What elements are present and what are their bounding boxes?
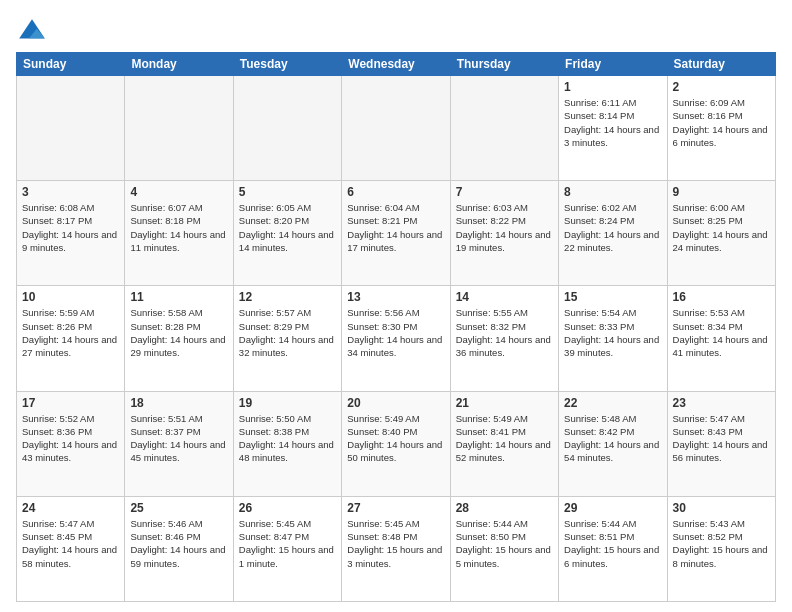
logo [16, 16, 52, 48]
calendar-cell: 30Sunrise: 5:43 AMSunset: 8:52 PMDayligh… [667, 496, 775, 601]
day-number: 5 [239, 185, 336, 199]
day-number: 19 [239, 396, 336, 410]
day-info: Sunrise: 5:56 AMSunset: 8:30 PMDaylight:… [347, 306, 444, 359]
day-number: 10 [22, 290, 119, 304]
day-info: Sunrise: 5:44 AMSunset: 8:50 PMDaylight:… [456, 517, 553, 570]
day-info: Sunrise: 6:11 AMSunset: 8:14 PMDaylight:… [564, 96, 661, 149]
calendar-cell: 9Sunrise: 6:00 AMSunset: 8:25 PMDaylight… [667, 181, 775, 286]
calendar-cell: 19Sunrise: 5:50 AMSunset: 8:38 PMDayligh… [233, 391, 341, 496]
day-info: Sunrise: 5:52 AMSunset: 8:36 PMDaylight:… [22, 412, 119, 465]
day-number: 25 [130, 501, 227, 515]
calendar-table: SundayMondayTuesdayWednesdayThursdayFrid… [16, 52, 776, 602]
calendar-cell: 15Sunrise: 5:54 AMSunset: 8:33 PMDayligh… [559, 286, 667, 391]
col-header-wednesday: Wednesday [342, 53, 450, 76]
calendar-cell: 29Sunrise: 5:44 AMSunset: 8:51 PMDayligh… [559, 496, 667, 601]
day-number: 22 [564, 396, 661, 410]
calendar-cell: 7Sunrise: 6:03 AMSunset: 8:22 PMDaylight… [450, 181, 558, 286]
col-header-tuesday: Tuesday [233, 53, 341, 76]
calendar-cell: 21Sunrise: 5:49 AMSunset: 8:41 PMDayligh… [450, 391, 558, 496]
day-info: Sunrise: 5:46 AMSunset: 8:46 PMDaylight:… [130, 517, 227, 570]
day-info: Sunrise: 5:58 AMSunset: 8:28 PMDaylight:… [130, 306, 227, 359]
day-number: 16 [673, 290, 770, 304]
calendar-cell: 18Sunrise: 5:51 AMSunset: 8:37 PMDayligh… [125, 391, 233, 496]
calendar-week-row: 17Sunrise: 5:52 AMSunset: 8:36 PMDayligh… [17, 391, 776, 496]
day-info: Sunrise: 5:49 AMSunset: 8:40 PMDaylight:… [347, 412, 444, 465]
calendar-cell: 22Sunrise: 5:48 AMSunset: 8:42 PMDayligh… [559, 391, 667, 496]
calendar-cell: 12Sunrise: 5:57 AMSunset: 8:29 PMDayligh… [233, 286, 341, 391]
day-info: Sunrise: 5:59 AMSunset: 8:26 PMDaylight:… [22, 306, 119, 359]
day-number: 11 [130, 290, 227, 304]
day-number: 7 [456, 185, 553, 199]
day-number: 27 [347, 501, 444, 515]
day-number: 4 [130, 185, 227, 199]
col-header-saturday: Saturday [667, 53, 775, 76]
calendar-week-row: 10Sunrise: 5:59 AMSunset: 8:26 PMDayligh… [17, 286, 776, 391]
day-info: Sunrise: 5:51 AMSunset: 8:37 PMDaylight:… [130, 412, 227, 465]
day-info: Sunrise: 6:00 AMSunset: 8:25 PMDaylight:… [673, 201, 770, 254]
calendar-cell: 27Sunrise: 5:45 AMSunset: 8:48 PMDayligh… [342, 496, 450, 601]
day-info: Sunrise: 5:44 AMSunset: 8:51 PMDaylight:… [564, 517, 661, 570]
day-number: 14 [456, 290, 553, 304]
day-number: 21 [456, 396, 553, 410]
calendar-cell [450, 76, 558, 181]
day-number: 23 [673, 396, 770, 410]
calendar-cell: 8Sunrise: 6:02 AMSunset: 8:24 PMDaylight… [559, 181, 667, 286]
day-number: 24 [22, 501, 119, 515]
day-number: 15 [564, 290, 661, 304]
calendar-cell: 4Sunrise: 6:07 AMSunset: 8:18 PMDaylight… [125, 181, 233, 286]
day-info: Sunrise: 5:53 AMSunset: 8:34 PMDaylight:… [673, 306, 770, 359]
day-number: 12 [239, 290, 336, 304]
day-number: 9 [673, 185, 770, 199]
calendar-cell: 26Sunrise: 5:45 AMSunset: 8:47 PMDayligh… [233, 496, 341, 601]
day-number: 1 [564, 80, 661, 94]
page: SundayMondayTuesdayWednesdayThursdayFrid… [0, 0, 792, 612]
calendar-week-row: 24Sunrise: 5:47 AMSunset: 8:45 PMDayligh… [17, 496, 776, 601]
day-number: 2 [673, 80, 770, 94]
calendar-cell: 17Sunrise: 5:52 AMSunset: 8:36 PMDayligh… [17, 391, 125, 496]
day-number: 30 [673, 501, 770, 515]
day-number: 8 [564, 185, 661, 199]
day-info: Sunrise: 5:50 AMSunset: 8:38 PMDaylight:… [239, 412, 336, 465]
calendar-cell: 6Sunrise: 6:04 AMSunset: 8:21 PMDaylight… [342, 181, 450, 286]
day-info: Sunrise: 5:54 AMSunset: 8:33 PMDaylight:… [564, 306, 661, 359]
calendar-cell: 2Sunrise: 6:09 AMSunset: 8:16 PMDaylight… [667, 76, 775, 181]
calendar-cell: 3Sunrise: 6:08 AMSunset: 8:17 PMDaylight… [17, 181, 125, 286]
day-info: Sunrise: 5:47 AMSunset: 8:45 PMDaylight:… [22, 517, 119, 570]
day-number: 28 [456, 501, 553, 515]
day-info: Sunrise: 5:57 AMSunset: 8:29 PMDaylight:… [239, 306, 336, 359]
day-info: Sunrise: 5:55 AMSunset: 8:32 PMDaylight:… [456, 306, 553, 359]
col-header-friday: Friday [559, 53, 667, 76]
day-info: Sunrise: 5:45 AMSunset: 8:47 PMDaylight:… [239, 517, 336, 570]
calendar-cell: 20Sunrise: 5:49 AMSunset: 8:40 PMDayligh… [342, 391, 450, 496]
calendar-cell: 25Sunrise: 5:46 AMSunset: 8:46 PMDayligh… [125, 496, 233, 601]
day-number: 20 [347, 396, 444, 410]
day-number: 3 [22, 185, 119, 199]
calendar-cell: 28Sunrise: 5:44 AMSunset: 8:50 PMDayligh… [450, 496, 558, 601]
calendar-cell [233, 76, 341, 181]
day-info: Sunrise: 6:09 AMSunset: 8:16 PMDaylight:… [673, 96, 770, 149]
calendar-cell: 13Sunrise: 5:56 AMSunset: 8:30 PMDayligh… [342, 286, 450, 391]
day-number: 29 [564, 501, 661, 515]
header [16, 12, 776, 48]
calendar-cell [125, 76, 233, 181]
col-header-thursday: Thursday [450, 53, 558, 76]
calendar-cell: 23Sunrise: 5:47 AMSunset: 8:43 PMDayligh… [667, 391, 775, 496]
day-info: Sunrise: 6:05 AMSunset: 8:20 PMDaylight:… [239, 201, 336, 254]
col-header-monday: Monday [125, 53, 233, 76]
calendar-week-row: 3Sunrise: 6:08 AMSunset: 8:17 PMDaylight… [17, 181, 776, 286]
calendar-cell [342, 76, 450, 181]
col-header-sunday: Sunday [17, 53, 125, 76]
day-number: 18 [130, 396, 227, 410]
logo-icon [16, 16, 48, 48]
calendar-cell: 16Sunrise: 5:53 AMSunset: 8:34 PMDayligh… [667, 286, 775, 391]
day-number: 13 [347, 290, 444, 304]
day-info: Sunrise: 6:03 AMSunset: 8:22 PMDaylight:… [456, 201, 553, 254]
calendar-cell: 14Sunrise: 5:55 AMSunset: 8:32 PMDayligh… [450, 286, 558, 391]
calendar-cell: 10Sunrise: 5:59 AMSunset: 8:26 PMDayligh… [17, 286, 125, 391]
calendar-week-row: 1Sunrise: 6:11 AMSunset: 8:14 PMDaylight… [17, 76, 776, 181]
calendar-cell: 24Sunrise: 5:47 AMSunset: 8:45 PMDayligh… [17, 496, 125, 601]
day-info: Sunrise: 6:07 AMSunset: 8:18 PMDaylight:… [130, 201, 227, 254]
calendar-cell: 11Sunrise: 5:58 AMSunset: 8:28 PMDayligh… [125, 286, 233, 391]
day-number: 6 [347, 185, 444, 199]
day-info: Sunrise: 5:43 AMSunset: 8:52 PMDaylight:… [673, 517, 770, 570]
